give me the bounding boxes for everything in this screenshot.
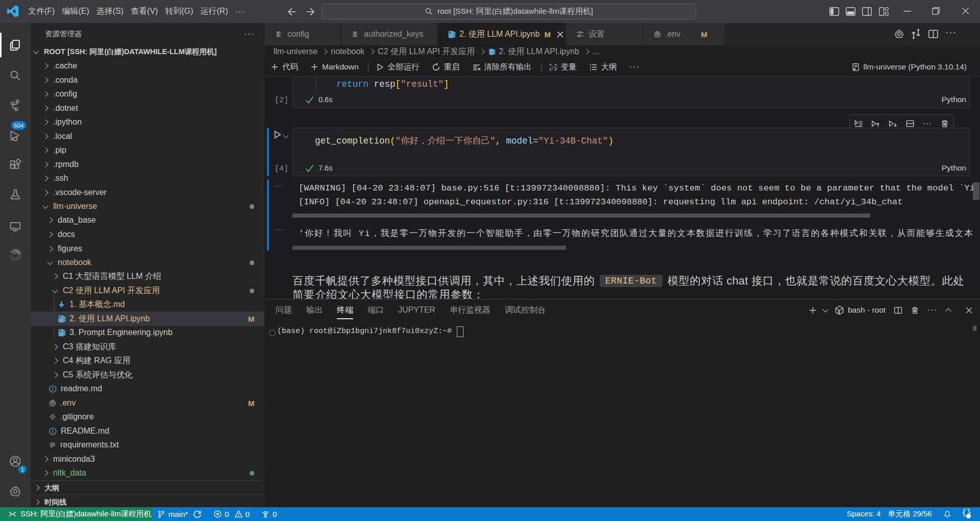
svg-text:$: $ <box>838 310 840 314</box>
svg-text:(x): (x) <box>551 65 557 69</box>
